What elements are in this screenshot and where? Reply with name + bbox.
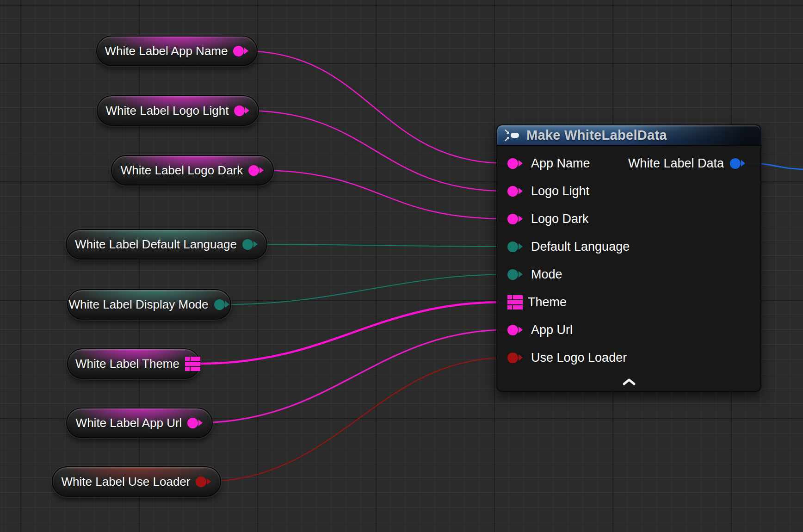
input-pin-label: Logo Light bbox=[531, 184, 589, 198]
getter-node-white-label-default-language[interactable]: White Label Default Language bbox=[66, 229, 267, 260]
output-pin-white-label-logo-dark[interactable] bbox=[248, 165, 267, 176]
input-row-theme: Theme bbox=[497, 288, 760, 316]
getter-node-label: White Label Display Mode bbox=[68, 297, 208, 312]
output-pin-white-label-app-name[interactable] bbox=[233, 46, 252, 56]
getter-node-label: White Label Logo Light bbox=[106, 104, 229, 118]
input-pin-label: Default Language bbox=[531, 240, 630, 254]
getter-node-label: White Label Logo Dark bbox=[121, 163, 243, 178]
getter-node-white-label-theme[interactable]: White Label Theme bbox=[67, 348, 200, 379]
output-pin-white-label-data[interactable] bbox=[730, 158, 748, 169]
output-pin-white-label-default-language[interactable] bbox=[242, 239, 261, 250]
getter-node-label: White Label Theme bbox=[75, 357, 179, 371]
output-pin-white-label-display-mode[interactable] bbox=[214, 299, 233, 310]
input-pin-theme[interactable] bbox=[507, 295, 523, 309]
make-whitelabeldata-node[interactable]: Make WhiteLabelData App NameLogo LightLo… bbox=[496, 124, 761, 392]
collapse-node-button[interactable] bbox=[618, 377, 640, 389]
input-pin-logo-dark[interactable] bbox=[507, 214, 526, 224]
getter-node-white-label-logo-light[interactable]: White Label Logo Light bbox=[97, 95, 259, 126]
input-row-app-url: App Url bbox=[497, 316, 760, 344]
make-node-body: App NameLogo LightLogo DarkDefault Langu… bbox=[496, 146, 761, 392]
output-row-white-label-data: White Label Data bbox=[628, 149, 760, 177]
input-pin-label: Theme bbox=[528, 295, 567, 309]
make-struct-icon bbox=[505, 129, 520, 142]
input-pin-logo-light[interactable] bbox=[507, 186, 526, 197]
input-row-logo-dark: Logo Dark bbox=[497, 205, 760, 233]
input-row-default-language: Default Language bbox=[497, 233, 760, 260]
make-node-input-pins: App NameLogo LightLogo DarkDefault Langu… bbox=[497, 146, 760, 371]
output-pin-white-label-theme[interactable] bbox=[185, 357, 200, 371]
make-node-header[interactable]: Make WhiteLabelData bbox=[496, 124, 761, 146]
getter-node-label: White Label Default Language bbox=[75, 237, 237, 252]
input-pin-use-logo-loader[interactable] bbox=[507, 353, 526, 363]
getter-node-white-label-app-url[interactable]: White Label App Url bbox=[66, 408, 213, 438]
input-pin-app-name[interactable] bbox=[507, 158, 526, 169]
input-row-use-logo-loader: Use Logo Loader bbox=[497, 344, 760, 371]
getter-node-white-label-display-mode[interactable]: White Label Display Mode bbox=[67, 289, 231, 320]
getter-node-white-label-use-loader[interactable]: White Label Use Loader bbox=[52, 466, 221, 497]
getter-node-white-label-logo-dark[interactable]: White Label Logo Dark bbox=[111, 155, 274, 186]
input-pin-default-language[interactable] bbox=[507, 241, 526, 252]
input-pin-mode[interactable] bbox=[507, 269, 526, 280]
input-row-mode: Mode bbox=[497, 260, 760, 288]
getter-node-label: White Label App Url bbox=[76, 416, 182, 430]
getter-node-label: White Label Use Loader bbox=[62, 475, 191, 489]
input-row-logo-light: Logo Light bbox=[497, 177, 760, 205]
make-node-title: Make WhiteLabelData bbox=[526, 128, 667, 143]
input-pin-label: App Url bbox=[531, 323, 573, 337]
getter-node-white-label-app-name[interactable]: White Label App Name bbox=[96, 36, 258, 66]
input-pin-label: Logo Dark bbox=[531, 212, 589, 226]
node-layer: Make WhiteLabelData App NameLogo LightLo… bbox=[0, 0, 803, 532]
blueprint-canvas[interactable]: { "graph": { "background_color": "#2b2b2… bbox=[0, 0, 803, 532]
input-pin-label: Mode bbox=[531, 267, 562, 282]
getter-node-label: White Label App Name bbox=[105, 44, 228, 58]
input-pin-app-url[interactable] bbox=[507, 325, 526, 335]
output-pin-white-label-logo-light[interactable] bbox=[234, 105, 253, 116]
chevron-up-icon bbox=[623, 380, 636, 387]
input-pin-label: Use Logo Loader bbox=[531, 351, 627, 365]
output-pin-label: White Label Data bbox=[628, 156, 724, 171]
output-pin-white-label-app-url[interactable] bbox=[187, 418, 206, 428]
input-pin-label: App Name bbox=[531, 156, 590, 171]
output-pin-white-label-use-loader[interactable] bbox=[196, 476, 214, 487]
